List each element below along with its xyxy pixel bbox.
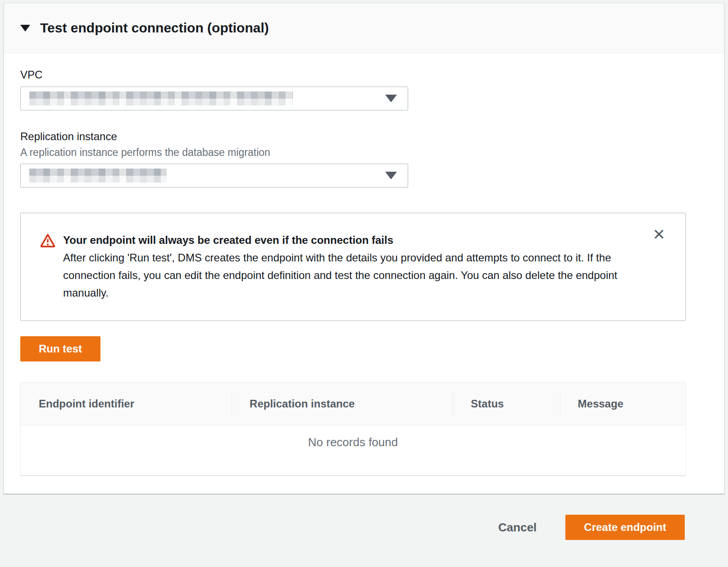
form-actions-footer: Cancel Create endpoint (0, 494, 728, 540)
chevron-down-icon (385, 172, 397, 179)
table-header-row: Endpoint identifier Replication instance… (21, 383, 685, 425)
vpc-field: VPC (20, 69, 686, 110)
cancel-button[interactable]: Cancel (498, 521, 537, 535)
test-endpoint-card: Test endpoint connection (optional) VPC … (4, 3, 724, 494)
warning-content: Your endpoint will always be created eve… (63, 231, 626, 302)
test-results-table: Endpoint identifier Replication instance… (20, 382, 686, 476)
section-header-expander[interactable]: Test endpoint connection (optional) (4, 3, 724, 53)
warning-alert: Your endpoint will always be created eve… (20, 213, 686, 321)
vpc-select[interactable] (20, 87, 408, 110)
close-icon[interactable]: ✕ (653, 227, 666, 242)
replication-instance-label: Replication instance (20, 130, 686, 143)
column-header-endpoint-identifier[interactable]: Endpoint identifier (21, 383, 232, 425)
empty-state-message: No records found (21, 425, 685, 475)
warning-body-text: After clicking 'Run test', DMS creates t… (63, 249, 626, 302)
run-test-button[interactable]: Run test (20, 336, 100, 361)
section-title: Test endpoint connection (optional) (40, 20, 269, 36)
column-header-status[interactable]: Status (453, 383, 560, 425)
triangle-down-icon (20, 25, 30, 32)
warning-triangle-icon (40, 233, 56, 302)
replication-instance-description: A replication instance performs the data… (20, 146, 686, 158)
create-endpoint-button[interactable]: Create endpoint (565, 515, 685, 540)
redacted-replication-instance-value (29, 169, 167, 183)
warning-title: Your endpoint will always be created eve… (63, 231, 626, 249)
redacted-vpc-value (29, 91, 293, 105)
section-body: VPC Replication instance A replication i… (4, 53, 724, 494)
chevron-down-icon (385, 95, 397, 102)
column-header-message[interactable]: Message (560, 383, 685, 425)
replication-instance-select[interactable] (20, 164, 408, 187)
vpc-label: VPC (20, 69, 686, 81)
column-header-replication-instance[interactable]: Replication instance (232, 383, 453, 425)
replication-instance-field: Replication instance A replication insta… (20, 130, 686, 187)
